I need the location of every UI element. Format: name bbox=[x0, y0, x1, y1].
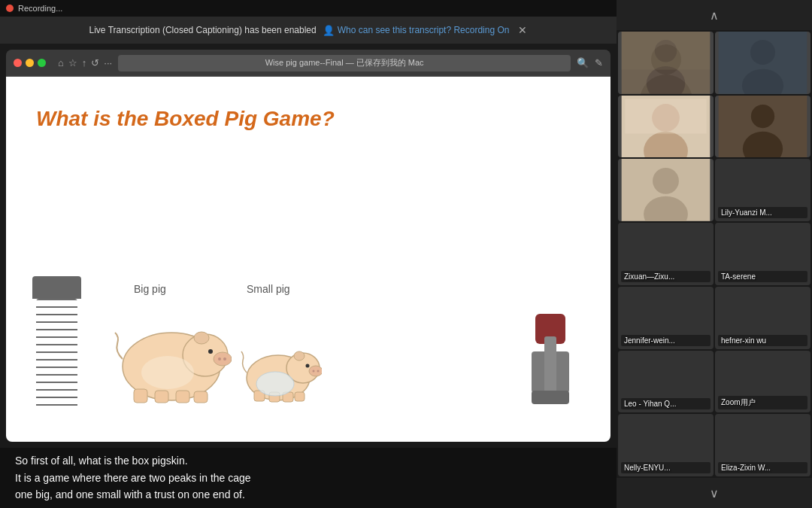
scroll-down-icon: ∨ bbox=[710, 486, 719, 500]
bookmark-icon[interactable]: ☆ bbox=[68, 57, 77, 68]
participant-tile[interactable] bbox=[715, 32, 810, 94]
svg-point-5 bbox=[218, 357, 221, 360]
person-icon: 👤 bbox=[323, 25, 335, 36]
svg-point-23 bbox=[256, 372, 294, 396]
toolbar-right: 🔍 ✎ bbox=[577, 57, 603, 68]
participant-name: Leo - Yihan Q... bbox=[621, 398, 710, 409]
machine-top bbox=[32, 276, 81, 299]
svg-rect-7 bbox=[134, 389, 147, 403]
machine-stripe bbox=[36, 299, 77, 412]
search-icon[interactable]: 🔍 bbox=[577, 57, 589, 68]
recording-bar: Recording... bbox=[0, 0, 617, 17]
notification-link-text: Who can see this transcript? Recording O… bbox=[338, 25, 510, 35]
pig-scene: Big pig bbox=[21, 216, 595, 412]
caption-area: So first of all, what is the box pigskin… bbox=[0, 448, 617, 508]
participant-tile[interactable]: Zoom用户 bbox=[715, 351, 810, 413]
svg-point-11 bbox=[141, 356, 194, 389]
participant-tile[interactable] bbox=[618, 32, 714, 94]
svg-rect-22 bbox=[295, 392, 304, 401]
svg-point-14 bbox=[294, 351, 304, 360]
participant-name: Zixuan—Zixu... bbox=[621, 271, 710, 282]
participant-tile[interactable]: Lily-Yuanzi M... bbox=[715, 159, 810, 221]
svg-point-6 bbox=[223, 357, 226, 360]
participant-name: Zoom用户 bbox=[718, 396, 807, 409]
home-icon[interactable]: ⌂ bbox=[58, 57, 64, 68]
participant-tile[interactable]: hefner-xin wu bbox=[715, 287, 810, 349]
participant-name: Nelly-ENYU... bbox=[621, 462, 710, 473]
svg-point-18 bbox=[317, 370, 320, 373]
browser-toolbar: ⌂ ☆ ↑ ↺ ··· Wise pig game--Final — 已保存到我… bbox=[6, 50, 611, 77]
svg-rect-8 bbox=[155, 391, 168, 403]
maximize-button[interactable] bbox=[38, 59, 46, 67]
participant-tile[interactable] bbox=[715, 96, 810, 158]
notification-link[interactable]: 👤 Who can see this transcript? Recording… bbox=[323, 25, 510, 36]
svg-point-2 bbox=[194, 332, 209, 344]
participant-tile[interactable]: Zixuan—Zixu... bbox=[618, 223, 714, 285]
participant-tile[interactable] bbox=[618, 96, 714, 158]
participant-tile[interactable]: Jennifer-wein... bbox=[618, 287, 714, 349]
traffic-lights bbox=[14, 59, 46, 67]
caption-line-1: So first of all, what is the box pigskin… bbox=[15, 455, 188, 467]
annotate-icon[interactable]: ✎ bbox=[595, 57, 603, 68]
more-icon[interactable]: ··· bbox=[104, 57, 112, 68]
participant-tile[interactable]: Leo - Yihan Q... bbox=[618, 351, 714, 413]
participants-row-1 bbox=[618, 96, 810, 158]
svg-point-16 bbox=[309, 366, 322, 376]
participant-name: Jennifer-wein... bbox=[621, 335, 710, 346]
notification-bar: Live Transcription (Closed Captioning) h… bbox=[0, 17, 617, 44]
caption-text: So first of all, what is the box pigskin… bbox=[15, 452, 251, 503]
slide-title: What is the Boxed Pig Game? bbox=[36, 107, 335, 131]
slide-container: What is the Boxed Pig Game? Big pig bbox=[6, 77, 611, 442]
recording-dot bbox=[6, 5, 14, 12]
caption-line-3: one big, and one small with a trust on o… bbox=[15, 488, 245, 500]
svg-point-4 bbox=[214, 352, 232, 366]
browser-area: ⌂ ☆ ↑ ↺ ··· Wise pig game--Final — 已保存到我… bbox=[6, 50, 611, 442]
svg-point-29 bbox=[750, 40, 775, 65]
participants-row-3: Zixuan—Zixu... TA-serene bbox=[618, 223, 810, 285]
participant-tile[interactable]: TA-serene bbox=[715, 223, 810, 285]
nav-icons: ⌂ ☆ ↑ ↺ ··· bbox=[58, 57, 112, 68]
participants-grid: Lily-Yuanzi M... Zixuan—Zixu... TA-seren… bbox=[617, 30, 812, 478]
caption-line-2: It is a game where there are two peaks i… bbox=[15, 472, 251, 484]
scroll-down-button[interactable]: ∨ bbox=[617, 478, 812, 508]
svg-point-15 bbox=[306, 364, 310, 368]
share-icon[interactable]: ↑ bbox=[82, 57, 87, 68]
minimize-button[interactable] bbox=[26, 59, 34, 67]
participant-tile[interactable]: Nelly-ENYU... bbox=[618, 414, 714, 476]
address-bar[interactable]: Wise pig game--Final — 已保存到我的 Mac bbox=[118, 55, 571, 71]
small-pig-label: Small pig bbox=[247, 283, 290, 295]
participant-tile[interactable]: Eliza-Zixin W... bbox=[715, 414, 810, 476]
svg-rect-27 bbox=[622, 32, 710, 70]
big-pig bbox=[111, 306, 232, 404]
participants-row-2: Lily-Yuanzi M... bbox=[618, 159, 810, 221]
refresh-icon[interactable]: ↺ bbox=[91, 57, 99, 68]
button-lever bbox=[528, 306, 573, 404]
svg-rect-10 bbox=[194, 391, 208, 403]
main-area: ⌂ ☆ ↑ ↺ ··· Wise pig game--Final — 已保存到我… bbox=[0, 44, 617, 508]
participant-name: TA-serene bbox=[718, 271, 807, 282]
svg-point-17 bbox=[313, 370, 315, 373]
big-pig-label: Big pig bbox=[134, 283, 166, 295]
close-button[interactable] bbox=[14, 59, 22, 67]
participants-row-6: Nelly-ENYU... Eliza-Zixin W... bbox=[618, 414, 810, 476]
svg-point-39 bbox=[653, 168, 679, 194]
participant-tile[interactable] bbox=[618, 159, 714, 221]
scroll-up-button[interactable]: ∧ bbox=[617, 0, 812, 30]
participants-row-4: Jennifer-wein... hefner-xin wu bbox=[618, 287, 810, 349]
svg-point-3 bbox=[208, 349, 213, 354]
recording-label: Recording... bbox=[18, 4, 62, 13]
notification-text: Live Transcription (Closed Captioning) h… bbox=[89, 25, 317, 35]
notification-close-button[interactable]: ✕ bbox=[518, 24, 527, 36]
small-pig bbox=[239, 329, 322, 404]
participant-name: Eliza-Zixin W... bbox=[718, 462, 807, 473]
svg-rect-9 bbox=[176, 391, 189, 403]
participants-row-5: Leo - Yihan Q... Zoom用户 bbox=[618, 351, 810, 413]
svg-rect-34 bbox=[625, 99, 706, 133]
address-text: Wise pig game--Final — 已保存到我的 Mac bbox=[265, 57, 424, 68]
machine-left bbox=[29, 261, 89, 412]
right-panel: ∧ bbox=[617, 0, 812, 508]
participants-row-0 bbox=[618, 32, 810, 94]
button-base bbox=[532, 391, 569, 404]
participant-name: Lily-Yuanzi M... bbox=[718, 207, 807, 218]
svg-point-36 bbox=[751, 105, 774, 128]
